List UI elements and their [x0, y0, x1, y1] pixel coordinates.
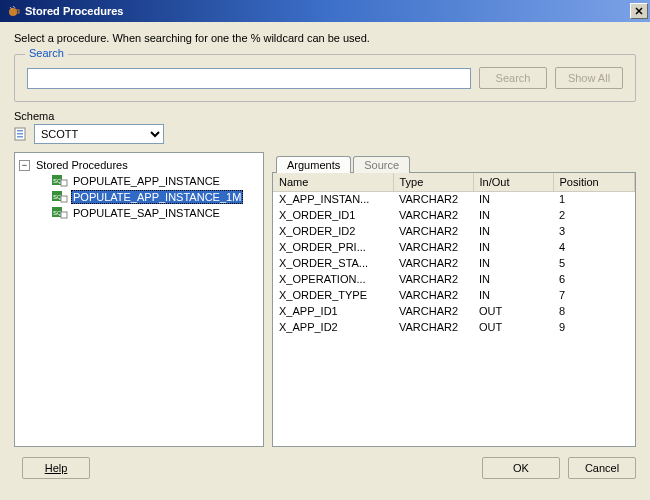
svg-rect-4	[17, 133, 23, 135]
cell: IN	[473, 255, 553, 271]
search-input[interactable]	[27, 68, 471, 89]
cell: VARCHAR2	[393, 239, 473, 255]
schema-select[interactable]: SCOTT	[34, 124, 164, 144]
help-button[interactable]: Help	[22, 457, 90, 479]
table-row[interactable]: X_ORDER_ID1VARCHAR2IN2	[273, 207, 635, 223]
cell: X_ORDER_TYPE	[273, 287, 393, 303]
cell: 3	[553, 223, 635, 239]
schema-label: Schema	[14, 110, 636, 122]
cell: VARCHAR2	[393, 319, 473, 335]
cell: 6	[553, 271, 635, 287]
cell: 5	[553, 255, 635, 271]
table-row[interactable]: X_APP_ID2VARCHAR2OUT9	[273, 319, 635, 335]
cell: X_ORDER_ID1	[273, 207, 393, 223]
cell: X_APP_ID1	[273, 303, 393, 319]
tabs: Arguments Source	[272, 152, 636, 172]
cell: 2	[553, 207, 635, 223]
tree-item-label: POPULATE_APP_INSTANCE	[71, 174, 222, 188]
cell: X_ORDER_PRI...	[273, 239, 393, 255]
tree-root-label: Stored Procedures	[34, 158, 130, 172]
search-button[interactable]: Search	[479, 67, 547, 89]
schema-icon	[14, 126, 30, 142]
svg-rect-3	[17, 130, 23, 132]
cell: 8	[553, 303, 635, 319]
svg-rect-14	[61, 212, 67, 218]
collapse-icon[interactable]: −	[19, 160, 30, 171]
app-icon	[6, 4, 20, 18]
cell: OUT	[473, 303, 553, 319]
procedure-icon: SQL	[52, 175, 68, 187]
cell: IN	[473, 207, 553, 223]
cell: IN	[473, 223, 553, 239]
cell: IN	[473, 271, 553, 287]
tree-item[interactable]: SQLPOPULATE_SAP_INSTANCE	[35, 205, 261, 221]
table-row[interactable]: X_ORDER_STA...VARCHAR2IN5	[273, 255, 635, 271]
cell: VARCHAR2	[393, 191, 473, 207]
cell: 7	[553, 287, 635, 303]
procedure-icon: SQL	[52, 191, 68, 203]
column-header[interactable]: Position	[553, 173, 635, 191]
svg-rect-8	[61, 180, 67, 186]
tree-item[interactable]: SQLPOPULATE_APP_INSTANCE	[35, 173, 261, 189]
window-title: Stored Procedures	[25, 5, 630, 17]
show-all-button[interactable]: Show All	[555, 67, 623, 89]
tree-item-label: POPULATE_APP_INSTANCE_1M	[71, 190, 243, 204]
titlebar: Stored Procedures	[0, 0, 650, 22]
cell: VARCHAR2	[393, 255, 473, 271]
arguments-table: NameTypeIn/OutPosition X_APP_INSTAN...VA…	[273, 173, 635, 335]
table-row[interactable]: X_ORDER_ID2VARCHAR2IN3	[273, 223, 635, 239]
cell: OUT	[473, 319, 553, 335]
table-row[interactable]: X_OPERATION...VARCHAR2IN6	[273, 271, 635, 287]
table-row[interactable]: X_ORDER_TYPEVARCHAR2IN7	[273, 287, 635, 303]
table-row[interactable]: X_APP_ID1VARCHAR2OUT8	[273, 303, 635, 319]
cell: X_ORDER_STA...	[273, 255, 393, 271]
cell: VARCHAR2	[393, 271, 473, 287]
cell: VARCHAR2	[393, 207, 473, 223]
cell: 9	[553, 319, 635, 335]
table-row[interactable]: X_APP_INSTAN...VARCHAR2IN1	[273, 191, 635, 207]
search-legend: Search	[25, 47, 68, 59]
column-header[interactable]: In/Out	[473, 173, 553, 191]
cell: VARCHAR2	[393, 303, 473, 319]
table-row[interactable]: X_ORDER_PRI...VARCHAR2IN4	[273, 239, 635, 255]
tree-root-node[interactable]: − Stored Procedures	[17, 157, 261, 173]
tab-source[interactable]: Source	[353, 156, 410, 173]
column-header[interactable]: Name	[273, 173, 393, 191]
cell: 4	[553, 239, 635, 255]
procedure-icon: SQL	[52, 207, 68, 219]
cell: VARCHAR2	[393, 287, 473, 303]
cell: X_OPERATION...	[273, 271, 393, 287]
ok-button[interactable]: OK	[482, 457, 560, 479]
cell: IN	[473, 287, 553, 303]
tab-arguments[interactable]: Arguments	[276, 156, 351, 173]
tree-item[interactable]: SQLPOPULATE_APP_INSTANCE_1M	[35, 189, 261, 205]
cell: X_APP_ID2	[273, 319, 393, 335]
cell: 1	[553, 191, 635, 207]
svg-rect-11	[61, 196, 67, 202]
cell: X_ORDER_ID2	[273, 223, 393, 239]
search-group: Search Search Show All	[14, 54, 636, 102]
cell: X_APP_INSTAN...	[273, 191, 393, 207]
cancel-button[interactable]: Cancel	[568, 457, 636, 479]
cell: IN	[473, 191, 553, 207]
tree-item-label: POPULATE_SAP_INSTANCE	[71, 206, 222, 220]
svg-rect-1	[16, 10, 19, 13]
close-button[interactable]	[630, 3, 648, 19]
column-header[interactable]: Type	[393, 173, 473, 191]
cell: VARCHAR2	[393, 223, 473, 239]
arguments-panel: NameTypeIn/OutPosition X_APP_INSTAN...VA…	[272, 172, 636, 447]
svg-rect-5	[17, 136, 23, 138]
cell: IN	[473, 239, 553, 255]
instruction-text: Select a procedure. When searching for o…	[14, 32, 636, 44]
procedure-tree[interactable]: − Stored Procedures SQLPOPULATE_APP_INST…	[14, 152, 264, 447]
